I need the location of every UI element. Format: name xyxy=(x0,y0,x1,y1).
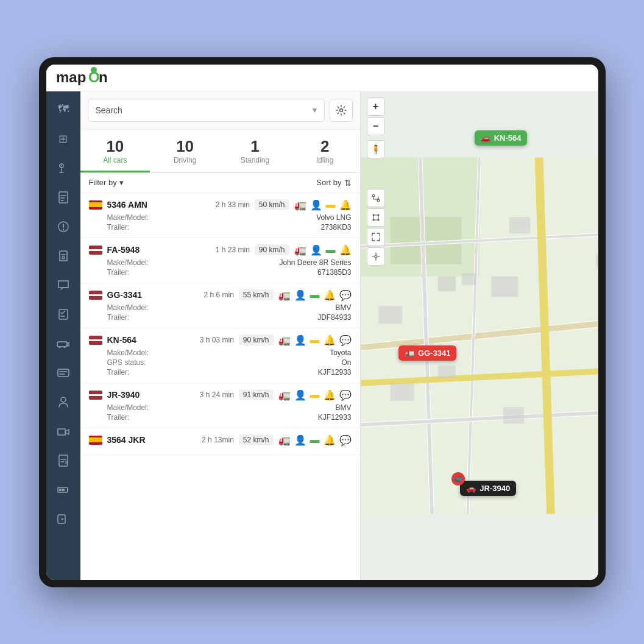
list-item[interactable]: JR-3940 3 h 24 min 91 km/h 🚛 👤 ▬ 🔔 xyxy=(80,383,360,428)
trailer-label: Trailer: xyxy=(107,223,130,232)
main-content: 🗺 ⊞ xyxy=(46,91,598,580)
stats-row: 10 All cars 10 Driving 1 Standing 2 Idli… xyxy=(80,130,360,173)
bell-icon: 🔔 xyxy=(324,389,336,401)
vehicle-speed: 50 km/h xyxy=(255,199,289,210)
driver-icon: 👤 xyxy=(294,334,306,346)
sidebar-item-camera[interactable] xyxy=(50,418,77,445)
vehicle-detail-makemodel: Make/Model: Toyota xyxy=(89,349,352,357)
trailer-label: Trailer: xyxy=(107,313,130,322)
sidebar-item-tachograph[interactable] xyxy=(50,359,77,386)
vehicle-speed: 91 km/h xyxy=(239,389,274,400)
bell-icon: 🔔 xyxy=(324,434,336,446)
vehicle-list-panel: ▼ 10 All cars xyxy=(80,91,361,580)
route-icon[interactable] xyxy=(367,189,385,207)
sidebar-item-chat[interactable] xyxy=(50,272,77,299)
svg-point-3 xyxy=(91,67,97,73)
tab-driving[interactable]: 10 Driving xyxy=(150,137,220,172)
truck-icon: 🚛 xyxy=(278,334,291,346)
vehicle-plate: KN-564 xyxy=(107,335,136,345)
sidebar-item-alerts[interactable] xyxy=(50,213,77,240)
marker-car-icon: 🚗 xyxy=(466,484,476,493)
tab-standing[interactable]: 1 Standing xyxy=(220,137,290,172)
sidebar-item-video[interactable] xyxy=(50,506,77,533)
driving-count: 10 xyxy=(176,137,194,156)
filter-row: Filter by ▾ Sort by ⇅ xyxy=(80,173,360,193)
sidebar-item-forms[interactable] xyxy=(50,447,77,474)
search-input[interactable] xyxy=(88,99,325,122)
svg-point-33 xyxy=(377,199,380,202)
driver-icon: 👤 xyxy=(294,434,306,446)
sidebar-item-user[interactable] xyxy=(50,389,77,416)
vehicle-header: KN-564 3 h 03 min 90 km/h 🚛 👤 ▬ 🔔 xyxy=(89,334,352,346)
flag-latvia xyxy=(89,291,102,300)
list-item[interactable]: KN-564 3 h 03 min 90 km/h 🚛 👤 ▬ 🔔 xyxy=(80,328,360,383)
sidebar: 🗺 ⊞ xyxy=(46,91,80,580)
makemodel-label: Make/Model: xyxy=(107,213,149,222)
vehicle-icons: 🚛 👤 ▬ 🔔 xyxy=(294,244,352,256)
center-icon[interactable] xyxy=(367,247,385,266)
map-panel: + − 🧍 xyxy=(361,91,598,580)
trailer-value: 2738KD3 xyxy=(320,223,351,232)
settings-button[interactable] xyxy=(330,99,353,122)
vehicle-plate: JR-3940 xyxy=(107,390,140,400)
vehicle-detail-makemodel: Make/Model: BMV xyxy=(89,403,352,412)
zoom-out-button[interactable]: − xyxy=(367,117,385,135)
fullscreen-icon[interactable] xyxy=(367,228,385,246)
tab-all-cars[interactable]: 10 All cars xyxy=(80,137,150,172)
vehicle-speed: 90 km/h xyxy=(239,334,274,345)
battery-icon: ▬ xyxy=(310,334,320,345)
sidebar-item-tasks[interactable] xyxy=(50,301,77,328)
vehicle-speed: 55 km/h xyxy=(239,289,274,300)
vehicle-meta: 2 h 13min 52 km/h 🚛 👤 ▬ 🔔 💬 xyxy=(202,434,351,446)
street-view-button[interactable]: 🧍 xyxy=(367,140,385,158)
list-item[interactable]: GG-3341 2 h 6 min 55 km/h 🚛 👤 ▬ 🔔 xyxy=(80,283,360,328)
vehicle-meta: 2 h 6 min 55 km/h 🚛 👤 ▬ 🔔 💬 xyxy=(203,289,351,301)
sidebar-item-vehicles[interactable] xyxy=(50,330,77,357)
vehicle-id-section: FA-5948 xyxy=(89,245,140,255)
sidebar-item-battery[interactable] xyxy=(50,476,77,503)
svg-rect-13 xyxy=(58,369,69,377)
vehicle-detail-trailer: Trailer: 2738KD3 xyxy=(89,223,352,232)
trailer-label: Trailer: xyxy=(107,368,130,377)
bell-icon: 🔔 xyxy=(339,244,352,256)
sort-label: Sort by xyxy=(316,178,341,187)
makemodel-label: Make/Model: xyxy=(107,258,149,267)
vehicle-icons: 🚛 👤 ▬ 🔔 💬 xyxy=(278,334,352,346)
sidebar-item-reports[interactable] xyxy=(50,184,77,211)
svg-point-20 xyxy=(339,108,342,111)
driver-icon: 👤 xyxy=(294,289,306,301)
sidebar-item-routes[interactable] xyxy=(50,155,77,182)
list-item[interactable]: 5346 AMN 2 h 33 min 50 km/h 🚛 👤 ▬ 🔔 xyxy=(80,193,360,238)
filter-button[interactable]: Filter by ▾ xyxy=(89,178,124,187)
vehicle-detail-trailer: Trailer: JDF84933 xyxy=(89,313,352,322)
flag-latvia xyxy=(89,336,102,345)
vehicle-detail-makemodel: Make/Model: BMV xyxy=(89,303,352,312)
cluster-icon[interactable] xyxy=(367,208,385,227)
gps-value: On xyxy=(341,358,351,367)
sidebar-item-map[interactable]: 🗺 xyxy=(50,96,77,123)
svg-rect-9 xyxy=(59,310,68,319)
truck-icon: 🚛 xyxy=(278,434,291,446)
vehicle-speed: 52 km/h xyxy=(239,434,274,445)
sidebar-item-dashboard[interactable]: ⊞ xyxy=(50,126,77,152)
vehicle-time: 2 h 33 min xyxy=(216,200,250,209)
vehicle-icons: 🚛 👤 ▬ 🔔 💬 xyxy=(278,434,352,446)
svg-rect-18 xyxy=(62,489,65,491)
vehicle-plate: 3564 JKR xyxy=(107,435,146,445)
vehicle-icons: 🚛 👤 ▬ 🔔 💬 xyxy=(278,389,352,401)
message-icon: 💬 xyxy=(339,334,352,346)
svg-point-14 xyxy=(61,397,66,402)
list-item[interactable]: 3564 JKR 2 h 13min 52 km/h 🚛 👤 ▬ 🔔 xyxy=(80,428,360,455)
makemodel-label: Make/Model: xyxy=(107,349,149,357)
battery-icon: ▬ xyxy=(326,244,336,255)
sort-button[interactable]: Sort by ⇅ xyxy=(316,178,351,188)
svg-rect-8 xyxy=(62,257,65,259)
list-item[interactable]: FA-5948 1 h 23 min 90 km/h 🚛 👤 ▬ 🔔 xyxy=(80,238,360,283)
svg-rect-15 xyxy=(59,455,68,466)
zoom-in-button[interactable]: + xyxy=(367,97,385,116)
tab-idling[interactable]: 2 Idling xyxy=(290,137,360,172)
sidebar-item-fuel[interactable] xyxy=(50,242,77,269)
idling-count: 2 xyxy=(320,137,329,156)
marker-plate: JR-3940 xyxy=(479,484,510,493)
vehicle-detail-trailer: Trailer: 671385D3 xyxy=(89,268,352,277)
